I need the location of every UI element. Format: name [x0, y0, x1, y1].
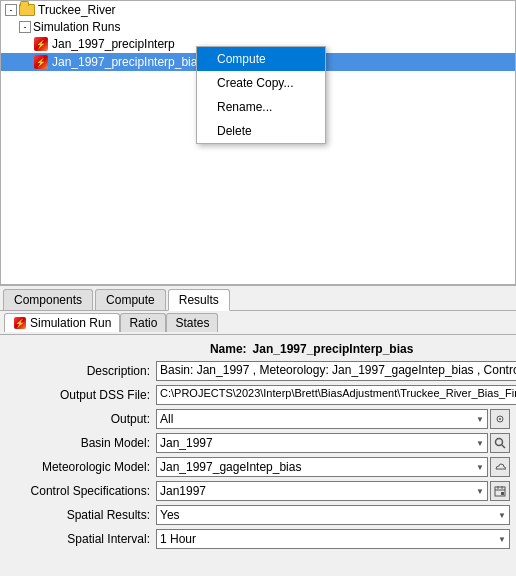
tree-root-label: Truckee_River [38, 3, 116, 17]
tab-compute[interactable]: Compute [95, 289, 166, 310]
basin-model-dropdown-arrow: ▼ [476, 439, 484, 448]
search-icon [494, 437, 506, 449]
control-spec-icon-btn[interactable] [490, 481, 510, 501]
basin-model-input-row: Jan_1997 ▼ [156, 433, 510, 453]
spatial-interval-dropdown-arrow: ▼ [498, 535, 506, 544]
svg-line-8 [502, 445, 505, 448]
basin-model-dropdown[interactable]: Jan_1997 ▼ [156, 433, 488, 453]
output-label: Output: [6, 412, 156, 426]
spatial-interval-row: Spatial Interval: 1 Hour ▼ [0, 527, 516, 551]
spatial-results-dropdown-arrow: ▼ [498, 511, 506, 520]
control-spec-dropdown-arrow: ▼ [476, 487, 484, 496]
output-dropdown-arrow: ▼ [476, 415, 484, 424]
sim-run-icon-2 [33, 54, 49, 70]
tree-panel: - Truckee_River - Simulation Runs Jan_19… [0, 0, 516, 285]
svg-point-6 [499, 418, 501, 420]
spatial-results-dropdown[interactable]: Yes ▼ [156, 505, 510, 525]
basin-model-row: Basin Model: Jan_1997 ▼ [0, 431, 516, 455]
section-tab-states[interactable]: States [166, 313, 218, 332]
spatial-results-dropdown-value: Yes [160, 508, 180, 522]
tree-item-2-label: Jan_1997_precipInterp_bias [52, 55, 203, 69]
met-model-label: Meteorologic Model: [6, 460, 156, 474]
met-model-dropdown[interactable]: Jan_1997_gageIntep_bias ▼ [156, 457, 488, 477]
context-menu: Compute Create Copy... Rename... Delete [196, 46, 326, 144]
spatial-interval-dropdown-value: 1 Hour [160, 532, 196, 546]
svg-rect-13 [501, 492, 504, 495]
tree-item-1-label: Jan_1997_precipInterp [52, 37, 175, 51]
section-tab-ratio[interactable]: Ratio [120, 313, 166, 332]
output-icon-btn[interactable] [490, 409, 510, 429]
tab-results[interactable]: Results [168, 289, 230, 311]
spatial-interval-input-row: 1 Hour ▼ [156, 529, 510, 549]
output-dss-row: Output DSS File: C:\PROJECTS\2023\Interp… [0, 383, 516, 407]
control-spec-dropdown[interactable]: Jan1997 ▼ [156, 481, 488, 501]
output-dss-label: Output DSS File: [6, 388, 156, 402]
basin-model-dropdown-value: Jan_1997 [160, 436, 213, 450]
control-spec-label: Control Specifications: [6, 484, 156, 498]
calendar-icon [494, 485, 506, 497]
sim-run-icon-1 [33, 36, 49, 52]
output-dss-input-row: C:\PROJECTS\2023\Interp\Brett\BiasAdjust… [156, 385, 516, 405]
spatial-results-input-row: Yes ▼ [156, 505, 510, 525]
basin-model-label: Basin Model: [6, 436, 156, 450]
name-label: Name: [103, 342, 253, 356]
basin-model-icon-btn[interactable] [490, 433, 510, 453]
tabs-bar: Components Compute Results [0, 285, 516, 311]
control-spec-dropdown-value: Jan1997 [160, 484, 206, 498]
output-dss-input[interactable]: C:\PROJECTS\2023\Interp\Brett\BiasAdjust… [156, 385, 516, 405]
output-dropdown[interactable]: All ▼ [156, 409, 488, 429]
folder-icon [19, 2, 35, 18]
context-menu-create-copy[interactable]: Create Copy... [197, 71, 325, 95]
cloud-icon [494, 461, 506, 473]
section-tab-states-label: States [175, 316, 209, 330]
form-panel: Name: Jan_1997_precipInterp_bias Descrip… [0, 335, 516, 563]
expand-btn-root[interactable]: - [5, 4, 17, 16]
settings-icon [494, 413, 506, 425]
met-model-dropdown-arrow: ▼ [476, 463, 484, 472]
met-model-dropdown-value: Jan_1997_gageIntep_bias [160, 460, 301, 474]
sim-run-tab-icon [13, 316, 27, 330]
section-tabs: Simulation Run Ratio States [0, 311, 516, 335]
description-input-row: Basin: Jan_1997 , Meteorology: Jan_1997_… [156, 361, 516, 381]
tree-simulation-runs[interactable]: - Simulation Runs [1, 19, 515, 35]
expand-btn-simruns[interactable]: - [19, 21, 31, 33]
control-spec-input-row: Jan1997 ▼ [156, 481, 510, 501]
spatial-results-row: Spatial Results: Yes ▼ [0, 503, 516, 527]
section-tab-ratio-label: Ratio [129, 316, 157, 330]
context-menu-delete[interactable]: Delete [197, 119, 325, 143]
context-menu-rename[interactable]: Rename... [197, 95, 325, 119]
tab-components[interactable]: Components [3, 289, 93, 310]
output-dropdown-value: All [160, 412, 173, 426]
output-row: Output: All ▼ [0, 407, 516, 431]
met-model-input-row: Jan_1997_gageIntep_bias ▼ [156, 457, 510, 477]
met-model-icon-btn[interactable] [490, 457, 510, 477]
spatial-results-label: Spatial Results: [6, 508, 156, 522]
met-model-row: Meteorologic Model: Jan_1997_gageIntep_b… [0, 455, 516, 479]
description-input[interactable]: Basin: Jan_1997 , Meteorology: Jan_1997_… [156, 361, 516, 381]
svg-point-7 [496, 439, 503, 446]
section-tab-simulation-run-label: Simulation Run [30, 316, 111, 330]
spatial-interval-dropdown[interactable]: 1 Hour ▼ [156, 529, 510, 549]
spatial-interval-label: Spatial Interval: [6, 532, 156, 546]
description-label: Description: [6, 364, 156, 378]
control-spec-row: Control Specifications: Jan1997 ▼ [0, 479, 516, 503]
name-value: Jan_1997_precipInterp_bias [253, 342, 414, 356]
section-tab-simulation-run[interactable]: Simulation Run [4, 313, 120, 332]
description-row: Description: Basin: Jan_1997 , Meteorolo… [0, 359, 516, 383]
tree-root[interactable]: - Truckee_River [1, 1, 515, 19]
output-input-row: All ▼ [156, 409, 510, 429]
simulation-runs-label: Simulation Runs [33, 20, 120, 34]
context-menu-compute[interactable]: Compute [197, 47, 325, 71]
name-row: Name: Jan_1997_precipInterp_bias [0, 339, 516, 359]
